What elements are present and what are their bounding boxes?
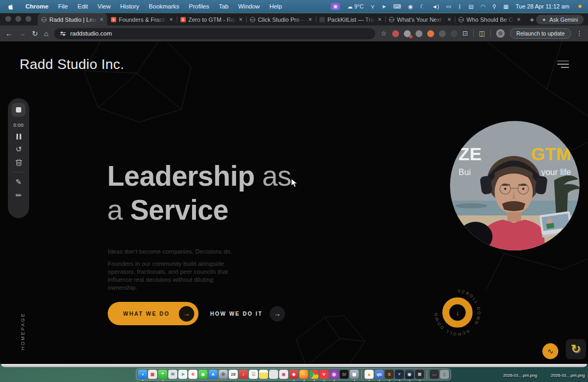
- tab-3[interactable]: sZero to GTM - Radd Stud×: [177, 13, 246, 25]
- site-settings-icon[interactable]: [60, 31, 66, 37]
- address-bar[interactable]: raddstudio.com: [54, 28, 375, 39]
- zoom-window-button[interactable]: [25, 16, 31, 22]
- menu-tab[interactable]: Tab: [219, 3, 229, 10]
- minimize-window-button[interactable]: [15, 16, 21, 22]
- dock-app-red[interactable]: ♪: [239, 370, 248, 379]
- control-center-icon[interactable]: ▦: [504, 3, 509, 10]
- dock-app-grid[interactable]: ▦: [148, 370, 157, 379]
- dock-app-dark-x[interactable]: ⊠: [415, 370, 424, 379]
- scroll-down-button[interactable]: ↓ SCROLL DOWN · SCROLL DOWN ·: [431, 286, 484, 339]
- dock-facetime[interactable]: ◉: [198, 370, 207, 379]
- back-icon[interactable]: ←: [5, 30, 13, 37]
- dock-system-settings[interactable]: ⚙: [219, 370, 228, 379]
- what-we-do-button[interactable]: WHAT WE DO →: [108, 302, 198, 325]
- hamburger-menu-icon[interactable]: [557, 60, 569, 68]
- menu-window[interactable]: Window: [238, 3, 260, 10]
- new-tab-button[interactable]: +: [530, 15, 534, 24]
- dock-minimized-window[interactable]: ▬: [430, 370, 439, 379]
- dock-mail[interactable]: ✉: [168, 370, 177, 379]
- stop-recording-button[interactable]: [12, 103, 25, 117]
- webcam-bubble[interactable]: ZE GTM Bui your life: [450, 121, 580, 250]
- tab-close-icon[interactable]: ×: [239, 16, 243, 23]
- dock-finder[interactable]: ◑: [138, 370, 147, 379]
- ask-gemini-button[interactable]: ✦ Ask Gemini: [536, 15, 584, 24]
- spotlight-search-icon[interactable]: ⚲: [492, 3, 497, 10]
- dock-steam[interactable]: ◉: [405, 370, 414, 379]
- profile-avatar[interactable]: [496, 29, 505, 38]
- volume-icon[interactable]: ◄): [432, 3, 439, 10]
- dock-chrome[interactable]: ●: [309, 370, 318, 379]
- dock-app-purple[interactable]: ◎: [330, 370, 339, 379]
- tab-6[interactable]: What's Your Next Foundi×: [385, 13, 455, 25]
- display-icon[interactable]: ▭: [446, 3, 452, 10]
- focus-moon-icon[interactable]: ☾: [420, 3, 425, 10]
- dock-notes[interactable]: [259, 370, 268, 379]
- laser-pointer-icon[interactable]: ✏: [15, 192, 22, 199]
- tab-7[interactable]: Who Should Be On The×: [455, 13, 524, 25]
- dock-app-store[interactable]: A: [209, 370, 218, 379]
- dock-firefox[interactable]: [299, 370, 308, 379]
- dock-vivaldi[interactable]: V: [319, 370, 328, 379]
- keyboard-icon[interactable]: ⌨: [393, 3, 401, 10]
- screen-share-indicator-icon[interactable]: ▣: [331, 3, 341, 10]
- apple-menu-icon[interactable]: [7, 3, 14, 10]
- dock-brave[interactable]: ◆: [289, 370, 298, 379]
- tab-close-icon[interactable]: ×: [169, 16, 173, 23]
- dock-maps[interactable]: ➤: [178, 370, 187, 379]
- menu-profiles[interactable]: Profiles: [189, 3, 209, 10]
- dock-app-light[interactable]: [269, 370, 278, 379]
- menu-bar-clock[interactable]: Tue 28 Apr 11:12 am: [515, 3, 569, 10]
- extension-orange[interactable]: [427, 30, 434, 37]
- menu-help[interactable]: Help: [270, 3, 282, 10]
- dock-messages[interactable]: ❝: [158, 370, 167, 379]
- dock-sublime-text[interactable]: S: [385, 370, 394, 379]
- restart-recording-icon[interactable]: ↺: [15, 145, 22, 153]
- tab-close-icon[interactable]: ×: [308, 16, 312, 23]
- tab-2[interactable]: sFounders & Fractionals×: [107, 13, 177, 25]
- relaunch-to-update-button[interactable]: Relaunch to update: [510, 28, 571, 39]
- dock-reminders[interactable]: ☰: [249, 370, 258, 379]
- kebab-menu-icon[interactable]: ⋮: [576, 30, 583, 37]
- amphetamine-cocktail-icon[interactable]: ⋎: [370, 3, 375, 10]
- dock-trash[interactable]: ▯: [440, 370, 449, 379]
- extension-dark[interactable]: [439, 30, 446, 37]
- pause-recording-icon[interactable]: [16, 134, 21, 140]
- tab-4[interactable]: Click Studio Pro — Cust×: [246, 13, 316, 25]
- reload-icon[interactable]: ↻: [32, 30, 38, 37]
- dock-vlc[interactable]: ▲: [365, 370, 374, 379]
- tab-close-icon[interactable]: ×: [378, 16, 382, 23]
- wifi-icon[interactable]: ◠: [481, 3, 486, 10]
- home-icon[interactable]: ⌂: [44, 30, 48, 37]
- dock-calendar[interactable]: 28: [229, 370, 238, 379]
- dock-app-navy[interactable]: ▼: [395, 370, 404, 379]
- screen-record-icon[interactable]: ◉: [408, 3, 413, 10]
- extension-red[interactable]: [392, 30, 399, 37]
- extensions-puzzle-icon[interactable]: ⊡: [463, 30, 468, 37]
- chat-widget-button[interactable]: ∿: [542, 343, 558, 359]
- dock-photo-booth[interactable]: ◉: [279, 370, 288, 379]
- location-arrow-icon[interactable]: ➤: [382, 3, 386, 10]
- extension-gray-badged[interactable]: [404, 30, 411, 37]
- desktop-file-2[interactable]: 2026-01…pm.png: [551, 373, 585, 378]
- close-window-button[interactable]: [5, 16, 11, 22]
- side-panel-icon[interactable]: ◫: [479, 30, 485, 37]
- battery-icon[interactable]: ▤: [469, 3, 474, 10]
- menu-file[interactable]: File: [58, 3, 68, 10]
- draw-pen-icon[interactable]: ✎: [15, 178, 22, 186]
- delete-recording-icon[interactable]: [15, 159, 22, 166]
- dock-qbittorrent[interactable]: qb: [375, 370, 384, 379]
- desktop-file-1[interactable]: 2026-01…pm.png: [503, 373, 537, 378]
- tab-close-icon[interactable]: ×: [100, 16, 103, 23]
- bookmark-star-icon[interactable]: ☆: [381, 30, 387, 37]
- how-we-do-it-button[interactable]: HOW WE DO IT →: [210, 306, 285, 322]
- forward-icon[interactable]: →: [19, 30, 26, 37]
- tab-close-icon[interactable]: ×: [447, 16, 451, 23]
- site-logo[interactable]: Radd Studio Inc.: [20, 56, 124, 73]
- dock-app-slate[interactable]: ▦: [350, 370, 359, 379]
- extension-gray[interactable]: [416, 30, 422, 37]
- dock-photos[interactable]: ❀: [188, 370, 197, 379]
- menu-bookmarks[interactable]: Bookmarks: [149, 3, 179, 10]
- extension-dim[interactable]: [451, 30, 457, 37]
- tab-close-icon[interactable]: ×: [517, 16, 521, 23]
- bluetooth-icon[interactable]: ᛒ: [458, 3, 461, 10]
